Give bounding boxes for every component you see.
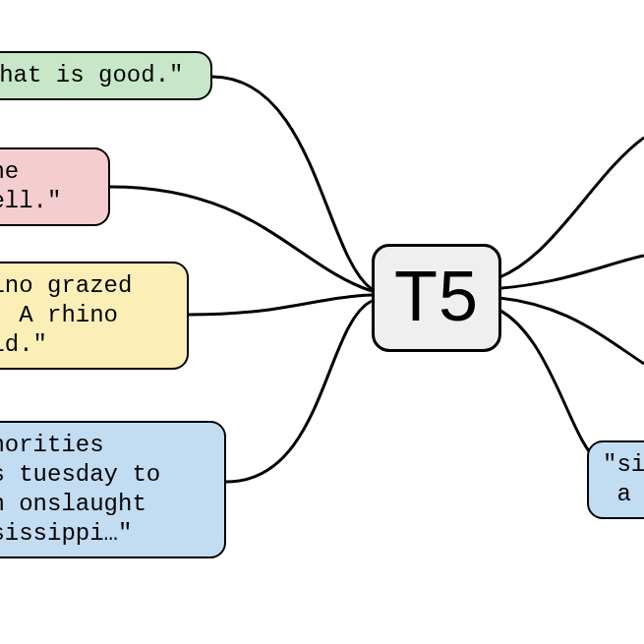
diagram-stage: T5 : That is good." The well." hino graz… <box>0 0 644 644</box>
input-box-yellow: hino grazed 2: A rhino eld." <box>0 262 189 370</box>
edge-green-to-center <box>212 77 372 289</box>
input-box-pink: The well." <box>0 147 110 226</box>
edge-center-to-output-blue <box>488 305 600 462</box>
output-box-blue: "si a <box>587 440 644 519</box>
input-box-green: : That is good." <box>0 51 212 100</box>
input-box-blue: thorities ws tuesday to an onslaught ssi… <box>0 421 226 558</box>
edge-center-to-top-right <box>488 138 644 281</box>
edge-blue-to-center <box>226 301 372 482</box>
edge-yellow-to-center <box>189 295 372 315</box>
edge-center-to-low-right <box>488 297 644 364</box>
center-node: T5 <box>372 244 501 352</box>
edge-center-to-mid-right <box>488 256 644 289</box>
